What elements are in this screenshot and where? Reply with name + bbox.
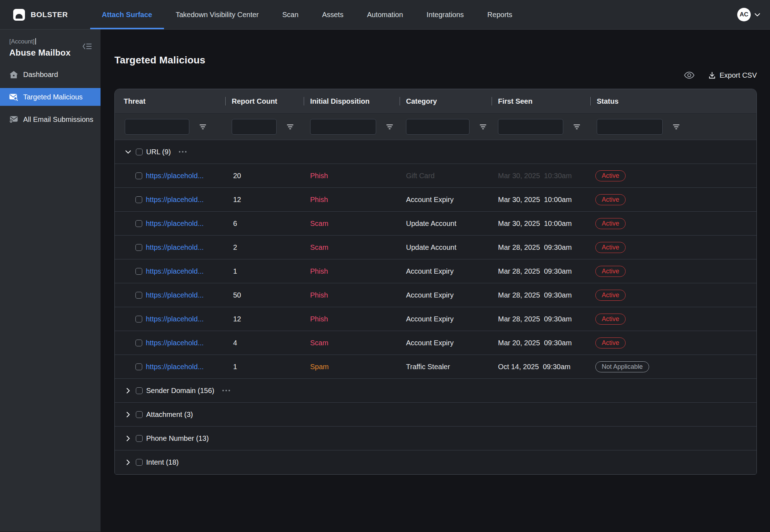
threat-link[interactable]: https://placehold... [146, 291, 204, 299]
group-checkbox[interactable] [136, 387, 143, 394]
filter-cell-category [400, 119, 492, 135]
threat-link[interactable]: https://placehold... [146, 267, 204, 275]
filter-input-category[interactable] [406, 119, 469, 135]
group-menu-icon[interactable] [222, 389, 230, 392]
chevron-right-icon[interactable] [125, 461, 131, 464]
filter-input-initial-disposition[interactable] [310, 119, 376, 135]
threat-link[interactable]: https://placehold... [146, 243, 204, 252]
threat-link[interactable]: https://placehold... [146, 219, 204, 228]
group-menu-icon[interactable] [179, 151, 187, 153]
column-header-threat: Threat [115, 97, 225, 105]
first-seen: Mar 28, 2025 09:30am [492, 315, 590, 323]
brand[interactable]: BOLSTER [0, 0, 68, 29]
column-header-initial-disposition: Initial Disposition [304, 97, 400, 105]
row-checkbox[interactable] [135, 196, 142, 203]
status-cell: Active [590, 337, 756, 348]
first-seen: Mar 30, 2025 10:00am [492, 196, 590, 204]
status-cell: Active [590, 290, 756, 301]
avatar[interactable]: AC [737, 8, 751, 21]
chevron-down-icon[interactable] [125, 150, 131, 154]
nav-tab-automation[interactable]: Automation [355, 0, 415, 29]
threat-link[interactable]: https://placehold... [146, 196, 204, 204]
filter-icon[interactable] [479, 124, 487, 130]
filter-input-first-seen[interactable] [498, 119, 563, 135]
category: Update Account [400, 243, 492, 252]
row-checkbox[interactable] [135, 220, 142, 227]
download-icon [708, 72, 716, 79]
nav-tab-scan[interactable]: Scan [271, 0, 310, 29]
sidebar: [Account] Abuse Mailbox DashboardTargete… [0, 30, 101, 532]
sidebar-item-targeted-malicious[interactable]: Targeted Malicious [0, 88, 101, 106]
initial-disposition: Scam [304, 219, 400, 228]
group-checkbox[interactable] [136, 435, 143, 442]
table-header-row: ThreatReport CountInitial DispositionCat… [115, 89, 756, 114]
chevron-right-icon[interactable] [125, 389, 131, 392]
status-badge: Active [595, 170, 626, 181]
filter-cell-first-seen [492, 119, 590, 135]
nav-tab-takedown-visibility-center[interactable]: Takedown Visibility Center [164, 0, 271, 29]
filter-input-status[interactable] [597, 119, 663, 135]
threat-link[interactable]: https://placehold... [146, 315, 204, 323]
first-seen: Mar 20, 2025 09:30am [492, 339, 590, 347]
initial-disposition: Scam [304, 339, 400, 347]
group-checkbox[interactable] [136, 149, 143, 155]
nav-tab-integrations[interactable]: Integrations [415, 0, 476, 29]
category: Account Expiry [400, 315, 492, 323]
filter-icon[interactable] [673, 124, 680, 130]
row-checkbox[interactable] [135, 292, 142, 299]
group-label: Attachment (3) [146, 410, 193, 419]
row-checkbox[interactable] [135, 340, 142, 346]
nav-tab-assets[interactable]: Assets [310, 0, 355, 29]
threat-link[interactable]: https://placehold... [146, 339, 204, 347]
row-checkbox[interactable] [135, 172, 142, 179]
status-cell: Active [590, 218, 756, 229]
threat-link[interactable]: https://placehold... [146, 172, 204, 180]
sidebar-item-dashboard[interactable]: Dashboard [0, 66, 101, 83]
row-checkbox[interactable] [135, 268, 142, 275]
filter-icon[interactable] [287, 124, 294, 130]
group-label: Intent (18) [146, 458, 179, 466]
account-label: [Account] [9, 38, 35, 45]
nav-tab-attach-surface[interactable]: Attach Surface [90, 0, 164, 29]
sidebar-collapse-icon[interactable] [82, 42, 92, 50]
threat-cell: https://placehold... [115, 196, 225, 204]
filter-input-report-count[interactable] [232, 119, 277, 135]
column-header-report-count: Report Count [225, 97, 304, 105]
page-title: Targeted Malicious [114, 55, 757, 66]
chevron-right-icon[interactable] [125, 437, 131, 440]
chevron-right-icon[interactable] [125, 413, 131, 416]
status-cell: Active [590, 194, 756, 205]
row-checkbox[interactable] [135, 244, 142, 251]
chevron-down-icon [755, 13, 760, 16]
filter-icon[interactable] [199, 124, 206, 130]
filter-icon[interactable] [573, 124, 580, 130]
threat-link[interactable]: https://placehold... [146, 363, 204, 371]
threat-cell: https://placehold... [115, 243, 225, 252]
group-checkbox[interactable] [136, 411, 143, 418]
report-count: 2 [225, 243, 304, 252]
row-checkbox[interactable] [135, 363, 142, 370]
report-count: 50 [225, 291, 304, 299]
report-count: 20 [225, 172, 304, 180]
filter-input-threat[interactable] [125, 119, 189, 135]
category: Account Expiry [400, 339, 492, 347]
initial-disposition: Phish [304, 196, 400, 204]
sidebar-item-all-email-submissions[interactable]: All Email Submissions [0, 110, 101, 128]
report-count: 12 [225, 196, 304, 204]
user-menu[interactable]: AC [737, 0, 760, 29]
threat-cell: https://placehold... [115, 291, 225, 299]
export-csv-button[interactable]: Export CSV [708, 71, 757, 79]
row-checkbox[interactable] [135, 316, 142, 322]
nav-tab-reports[interactable]: Reports [476, 0, 524, 29]
filter-cell-status [590, 119, 756, 135]
report-count: 4 [225, 339, 304, 347]
group-checkbox[interactable] [136, 459, 143, 466]
filter-icon[interactable] [386, 124, 393, 130]
group-row-attachment-3: Attachment (3) [115, 403, 756, 427]
initial-disposition: Scam [304, 243, 400, 252]
brand-name: BOLSTER [31, 10, 68, 19]
status-cell: Active [590, 266, 756, 277]
status-badge: Active [595, 314, 626, 325]
eye-icon[interactable] [684, 71, 695, 79]
initial-disposition: Phish [304, 291, 400, 299]
